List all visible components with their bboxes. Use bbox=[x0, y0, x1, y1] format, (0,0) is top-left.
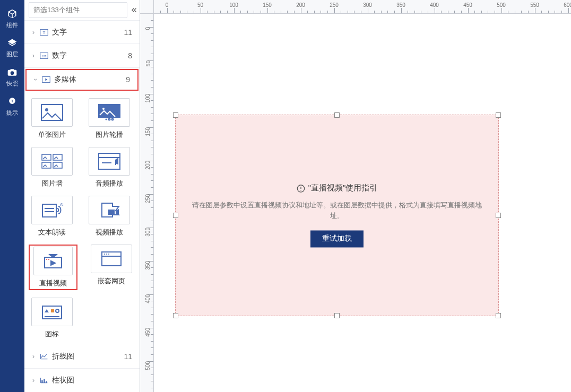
resize-handle-top-right[interactable] bbox=[496, 112, 501, 118]
rail-label: 快照 bbox=[6, 80, 18, 88]
grid-label: 图片轮播 bbox=[96, 130, 123, 140]
grid-item-image-wall[interactable]: 图片墙 bbox=[29, 147, 75, 188]
svg-point-10 bbox=[102, 108, 105, 110]
category-number[interactable]: › 123 数字 8 bbox=[24, 44, 140, 67]
grid-item-single-image[interactable]: 单张图片 bbox=[29, 98, 75, 140]
svg-rect-39 bbox=[44, 379, 45, 383]
category-count: 9 bbox=[126, 75, 130, 84]
resize-handle-top-center[interactable] bbox=[334, 112, 340, 118]
svg-text:T: T bbox=[11, 99, 14, 103]
media-grid: 单张图片 图片轮播 图片墙 音频播放 AI 文本朗读 视频播放 直播视频 嵌套网 bbox=[24, 92, 140, 345]
svg-point-13 bbox=[112, 118, 114, 120]
svg-point-32 bbox=[106, 254, 107, 255]
svg-point-27 bbox=[46, 259, 47, 260]
category-label: 文字 bbox=[52, 28, 124, 37]
grid-item-text-read[interactable]: AI 文本朗读 bbox=[29, 196, 75, 237]
ruler-horizontal: 050100150200250300350400450500550600 bbox=[154, 0, 571, 14]
grid-label: 音频播放 bbox=[96, 179, 123, 188]
rail-snapshot[interactable]: 快照 bbox=[0, 63, 24, 92]
grid-label: 直播视频 bbox=[39, 278, 67, 288]
rail-label: 图层 bbox=[6, 50, 18, 58]
grid-label: 嵌套网页 bbox=[98, 276, 125, 286]
svg-rect-38 bbox=[41, 380, 42, 383]
category-count: 11 bbox=[124, 352, 132, 361]
svg-rect-21 bbox=[42, 204, 56, 217]
ruler-corner bbox=[140, 0, 154, 14]
svg-point-33 bbox=[108, 254, 109, 255]
browser-icon bbox=[100, 250, 123, 268]
tv-icon bbox=[41, 252, 65, 270]
svg-rect-25 bbox=[108, 210, 115, 215]
layers-icon bbox=[7, 38, 18, 48]
image-icon bbox=[40, 103, 64, 121]
rail-components[interactable]: 组件 bbox=[0, 4, 24, 33]
svg-point-43 bbox=[300, 190, 301, 190]
grid-label: 文本朗读 bbox=[38, 228, 66, 237]
camera-icon bbox=[7, 67, 18, 77]
chevron-right-icon: › bbox=[30, 52, 37, 59]
canvas-stage[interactable]: "直播视频"使用指引 请在图层参数中设置直播视频协议和地址等。或在图层数据中提供… bbox=[154, 14, 571, 392]
chevron-down-icon: › bbox=[32, 76, 39, 83]
rail-hint[interactable]: T 提示 bbox=[0, 92, 24, 121]
audio-icon bbox=[98, 152, 121, 170]
chevron-right-icon: › bbox=[30, 29, 37, 36]
carousel-icon bbox=[98, 103, 121, 121]
grid-label: 视频播放 bbox=[96, 228, 123, 237]
svg-rect-40 bbox=[46, 381, 47, 383]
info-icon bbox=[297, 184, 305, 193]
media-icon bbox=[41, 76, 51, 83]
grid-item-audio-play[interactable]: 音频播放 bbox=[86, 147, 133, 188]
retry-button[interactable]: 重试加载 bbox=[310, 231, 364, 248]
category-label: 多媒体 bbox=[54, 75, 126, 84]
svg-point-11 bbox=[106, 118, 107, 120]
svg-point-36 bbox=[56, 309, 59, 312]
ruler-vertical: 050100150200250300350400450500550 bbox=[140, 14, 154, 392]
category-bar-chart[interactable]: › 柱状图 bbox=[24, 369, 140, 392]
number-icon: 123 bbox=[39, 52, 49, 59]
shapes-icon bbox=[40, 303, 64, 321]
panel-header bbox=[24, 0, 140, 21]
video-icon bbox=[98, 201, 121, 219]
tool-rail: 组件 图层 快照 T 提示 bbox=[0, 0, 24, 392]
bulb-icon: T bbox=[7, 96, 18, 107]
category-text[interactable]: › T 文字 11 bbox=[24, 21, 140, 44]
grid-label: 图片墙 bbox=[42, 179, 63, 188]
cube-icon bbox=[7, 8, 18, 19]
grid-label: 单张图片 bbox=[38, 130, 66, 140]
canvas-area: 050100150200250300350400450500550600 050… bbox=[140, 0, 571, 392]
grid-label: 图标 bbox=[45, 329, 59, 339]
category-count: 8 bbox=[128, 51, 132, 60]
grid-item-icon-lib[interactable]: 图标 bbox=[29, 298, 75, 339]
grid-item-video-play[interactable]: 视频播放 bbox=[86, 196, 133, 237]
chevron-right-icon: › bbox=[30, 377, 37, 384]
resize-handle-bottom-left[interactable] bbox=[173, 313, 178, 318]
grid-item-embed-page[interactable]: 嵌套网页 bbox=[88, 245, 135, 290]
svg-rect-9 bbox=[99, 104, 120, 117]
svg-point-12 bbox=[109, 118, 110, 120]
rail-layers[interactable]: 图层 bbox=[0, 33, 24, 63]
selected-element[interactable]: "直播视频"使用指引 请在图层参数中设置直播视频协议和地址等。或在图层数据中提供… bbox=[175, 115, 499, 316]
svg-text:T: T bbox=[43, 30, 46, 35]
svg-point-8 bbox=[45, 108, 48, 111]
resize-handle-top-left[interactable] bbox=[173, 112, 178, 118]
category-count: 11 bbox=[124, 28, 132, 37]
category-media[interactable]: › 多媒体 9 bbox=[25, 69, 139, 91]
chevron-double-left-icon bbox=[131, 6, 138, 14]
guide-message: "直播视频"使用指引 请在图层参数中设置直播视频协议和地址等。或在图层数据中提供… bbox=[176, 183, 498, 247]
wall-icon bbox=[40, 152, 64, 170]
category-label: 折线图 bbox=[52, 352, 124, 361]
resize-handle-bottom-right[interactable] bbox=[496, 313, 501, 318]
text-icon: T bbox=[39, 29, 49, 36]
grid-item-live-video[interactable]: 直播视频 bbox=[29, 245, 77, 290]
category-label: 数字 bbox=[52, 51, 128, 60]
resize-handle-bottom-center[interactable] bbox=[334, 313, 340, 318]
svg-text:123: 123 bbox=[41, 55, 46, 58]
component-panel: › T 文字 11 › 123 数字 8 › 多媒体 9 单张图片 图片轮播 图… bbox=[24, 0, 140, 392]
chevron-right-icon: › bbox=[30, 353, 37, 360]
rail-label: 提示 bbox=[6, 109, 18, 117]
search-input[interactable] bbox=[29, 2, 127, 18]
category-label: 柱状图 bbox=[52, 376, 132, 385]
grid-item-image-carousel[interactable]: 图片轮播 bbox=[86, 98, 133, 140]
collapse-button[interactable] bbox=[131, 2, 138, 18]
category-line-chart[interactable]: › 折线图 11 bbox=[24, 345, 140, 369]
